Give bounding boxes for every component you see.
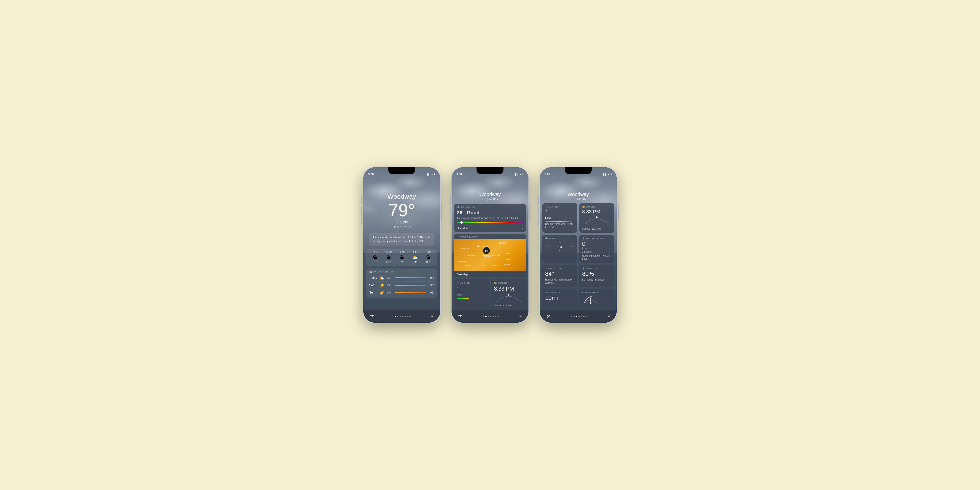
p3-precip-value: 0"	[582, 240, 611, 247]
sunset-arc-svg	[494, 292, 523, 303]
chevron-right-map: ›	[522, 273, 523, 276]
p2-bottom-nav: 🗺 ≡	[452, 310, 528, 323]
battery-icon-3: ▮	[611, 173, 612, 175]
forecast-icon-0: ⛅	[379, 275, 385, 280]
map-city-gholson: Gholson	[499, 242, 506, 244]
battery-icon-1: ▮	[434, 173, 435, 175]
chevron-right-icon: ›	[522, 227, 523, 229]
dot-3-6	[583, 316, 585, 317]
p2-city: Woodway	[452, 192, 528, 197]
list-icon-3[interactable]: ≡	[608, 314, 610, 319]
map-waco: 85 Woodway	[482, 247, 491, 257]
see-map-btn[interactable]: See Map ›	[454, 271, 526, 277]
p2-sunset-title: 🌅 SUNSET	[494, 282, 523, 284]
forecast-row-1: Sat ☀️ 73° 95°	[369, 282, 434, 289]
phones-container: 9:08 ▌▌ ▲ ▮ Woodway 79° Cloudy	[363, 167, 617, 323]
notch-1	[388, 167, 415, 174]
map-city-chilton: Chilton	[492, 264, 498, 266]
p3-visibility-title: 👁 VISIBILITY	[545, 291, 574, 294]
hour-item-2: 11 AM 🌥 82°	[395, 251, 409, 264]
p3-pressure-title: ⏱ PRESSURE	[582, 291, 611, 294]
p1-description: Partly cloudy conditions from 12 PM–2 PM…	[369, 233, 434, 246]
map-city-valley-mills: Valley Mills	[460, 247, 469, 250]
dot-3-7	[586, 316, 587, 317]
p3-sunset-title: 🌅 SUNSET	[582, 205, 611, 208]
status-icons-3: ▌▌ ▲ ▮	[603, 173, 612, 175]
p3-scroll[interactable]: Woodway 79° | Cloudy ☀ UV INDEX 1 L	[540, 178, 617, 310]
forecast-high-1: 95°	[428, 284, 434, 286]
notch-2	[477, 167, 503, 174]
pressure-icon: ⏱	[582, 291, 585, 294]
p3-wind-card: 💨 WIND — W ↑ 13 mph	[542, 235, 577, 263]
temp-bar-1	[395, 285, 426, 286]
map-icon-3[interactable]: 🗺	[547, 314, 550, 319]
forecast-day-0: Today	[369, 276, 379, 280]
p3-subtitle: 79° | Cloudy	[540, 197, 617, 200]
status-icons-1: ▌▌ ▲ ▮	[427, 173, 435, 175]
hour-temp-3: 84°	[409, 261, 422, 264]
p3-visibility-value: 10mi	[545, 295, 574, 301]
p3-precip-card: 💧 PRECIPITATION 0" in last 24 hours None…	[579, 235, 614, 263]
hour-icon-2: 🌥	[395, 255, 409, 260]
status-icons-2: ▌▌ ▲ ▮	[515, 173, 523, 175]
feels-icon: 🌡	[545, 267, 547, 270]
map-city-robinson: Robinson	[492, 255, 500, 257]
sun-icon-uv: ☀	[457, 282, 459, 284]
dot-2-active	[485, 316, 487, 317]
list-icon-1[interactable]: ≡	[431, 314, 433, 319]
wifi-icon-2: ▲	[519, 173, 521, 175]
hour-label-0: Now	[369, 251, 382, 254]
dot-2	[397, 316, 398, 317]
map-icon-1[interactable]: 🗺	[370, 314, 374, 319]
p3-wind-unit: mph	[558, 249, 562, 251]
p2-uv-title: ☀ UV INDEX	[457, 282, 486, 284]
p2-uv-value: 1	[457, 286, 486, 293]
forecast-icon-2: ☀️	[379, 290, 385, 295]
forecast-low-1: 73°	[387, 284, 394, 286]
hour-item-4: 1 PM 🌤 86°	[422, 251, 435, 264]
aq-bar	[457, 222, 523, 223]
p3-feels-desc: Humidity is making it feel warmer.	[545, 278, 574, 285]
p1-low: L:75°	[404, 225, 411, 229]
map-city-riesel: Riesel	[506, 258, 511, 261]
p2-sunset-card: 🌅 SUNSET 8:33 PM Sunrise: 6:23 AM	[491, 279, 526, 309]
temp-bar-2	[395, 292, 426, 293]
p1-hourly: Now 🌥 78° 10 AM 🌥 81° 11 AM	[366, 249, 438, 266]
pressure-gauge-svg	[582, 295, 599, 304]
temp-map-card: 🌡 TEMPERATURE Valley Mills China Spring …	[454, 234, 526, 277]
p1-bottom-nav: 🗺 ≡	[363, 310, 440, 323]
dot-3-4	[578, 316, 580, 317]
p2-scroll[interactable]: Woodway 79° | Cloudy 💨 AIR QUALITY 26 - …	[452, 178, 528, 310]
p1-condition: Cloudy	[363, 220, 440, 224]
hour-temp-2: 82°	[395, 261, 409, 264]
list-icon-2[interactable]: ≡	[519, 314, 522, 319]
map-icon-2[interactable]: 🗺	[458, 314, 462, 319]
p3-humidity-card: 💧 HUMIDITY 80% It's muggy right now.	[579, 265, 614, 286]
signal-icon-3: ▌▌	[603, 173, 606, 175]
hour-label-4: 1 PM	[422, 251, 435, 254]
hour-temp-4: 86°	[422, 261, 435, 264]
aq-card: 💨 AIR QUALITY 26 - Good Air quality is s…	[454, 204, 526, 232]
p3-precip-desc: None expected in next 10 days.	[582, 254, 611, 261]
wind-icon-2: 💨	[457, 206, 460, 208]
forecast-row-2: Sun ☀️ 74° 96°	[369, 289, 434, 296]
p1-scroll[interactable]: Woodway 79° Cloudy H:92° L:75° Partly cl…	[363, 178, 440, 310]
hour-icon-0: 🌥	[369, 255, 382, 260]
wind-content: — W ↑ 13 mph E —	[545, 240, 574, 251]
temp-bar-0	[395, 277, 426, 278]
forecast-high-0: 92°	[428, 276, 434, 279]
p3-visibility-card: 👁 VISIBILITY 10mi	[542, 289, 577, 308]
hour-icon-4: 🌤	[422, 255, 435, 260]
p3-sunset-card: 🌅 SUNSET 8:33 PM Sunrise: 6:23 AM	[579, 203, 614, 233]
nav-dots-3	[571, 316, 587, 317]
p3-precip-label: in last 24 hours	[582, 247, 611, 253]
see-more-btn[interactable]: See More ›	[457, 225, 523, 229]
visibility-icon: 👁	[545, 291, 547, 294]
p3-feels-value: 84°	[545, 271, 574, 277]
temp-map[interactable]: Valley Mills China Spring Gholson Crawfo…	[454, 239, 526, 271]
phone-1: 9:08 ▌▌ ▲ ▮ Woodway 79° Cloudy	[363, 167, 441, 323]
status-time-2: 9:08	[457, 173, 462, 176]
forecast-low-2: 74°	[387, 291, 394, 294]
dot-5	[404, 316, 406, 317]
map-city-mcgregor: McGregor	[458, 260, 466, 262]
